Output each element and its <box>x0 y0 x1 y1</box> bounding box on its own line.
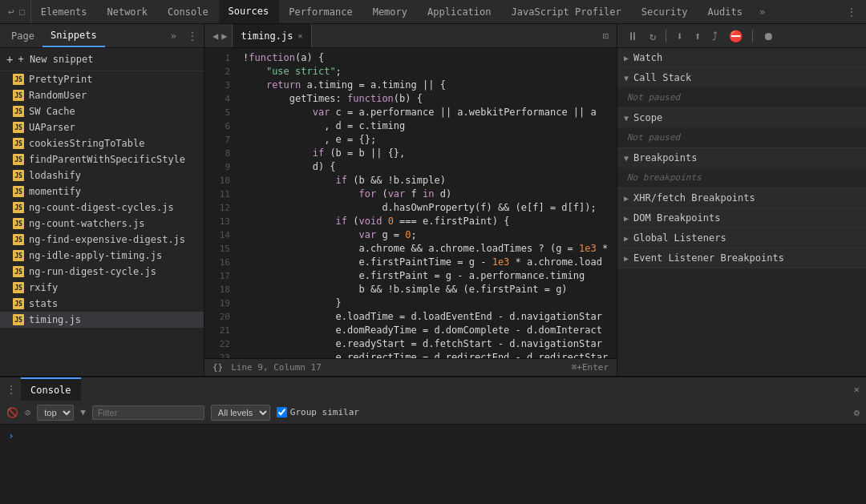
file-item[interactable]: JSlodashify <box>0 167 204 183</box>
file-item[interactable]: JSUAParser <box>0 119 204 135</box>
file-item[interactable]: JSfindParentWithSpecificStyle <box>0 151 204 167</box>
file-item[interactable]: JSmomentify <box>0 183 204 200</box>
line-number: 13 <box>204 215 237 228</box>
file-name: ng-run-digest-cycle.js <box>29 266 156 277</box>
tab-page[interactable]: Page <box>3 24 42 47</box>
context-select[interactable]: top <box>37 405 74 421</box>
section-dom-header[interactable]: ▶ DOM Breakpoints <box>617 208 866 228</box>
bottom-bar: ⋮ Console ✕ <box>0 377 866 401</box>
new-snippet-button[interactable]: + + New snippet <box>0 48 204 71</box>
debug-pause-btn[interactable]: ⏸ <box>624 28 641 44</box>
file-icon: JS <box>13 90 24 101</box>
panel-tabs: Page Snippets » ⋮ <box>0 24 204 48</box>
file-icon: JS <box>13 250 24 261</box>
file-item[interactable]: JSng-count-digest-cycles.js <box>0 200 204 216</box>
panel-tab-more[interactable]: » <box>166 30 181 42</box>
code-tab-end[interactable]: ⊡ <box>598 30 613 42</box>
line-number: 3 <box>204 79 237 92</box>
file-name: ng-idle-apply-timing.js <box>29 250 162 261</box>
code-tab-timing[interactable]: timing.js ✕ <box>233 24 311 47</box>
debug-async-btn[interactable]: ⏺ <box>759 28 777 44</box>
code-line: "use strict"; <box>243 65 617 79</box>
tab-console[interactable]: Console <box>158 0 219 23</box>
chevron-xhr: ▶ <box>624 194 629 203</box>
debug-refresh-btn[interactable]: ↻ <box>646 28 659 44</box>
file-item[interactable]: JScookiesStringToTable <box>0 135 204 151</box>
console-clear-btn[interactable]: 🚫 <box>6 407 18 418</box>
section-xhr-label: XHR/fetch Breakpoints <box>633 192 755 204</box>
tab-security[interactable]: Security <box>632 0 698 23</box>
tab-audits[interactable]: Audits <box>698 0 753 23</box>
line-number: 7 <box>204 133 237 147</box>
bottom-close-btn[interactable]: ✕ <box>854 384 860 395</box>
tab-snippets[interactable]: Snippets <box>42 24 105 47</box>
file-name: SW Cache <box>29 106 75 117</box>
code-line: if (b = b || {}, <box>243 147 617 160</box>
file-icon: JS <box>13 218 24 229</box>
debug-step-into-btn[interactable]: ⬆ <box>691 28 704 44</box>
code-line: for (var f in d) <box>243 187 617 201</box>
tab-js-profiler[interactable]: JavaScript Profiler <box>502 0 632 23</box>
panel-menu[interactable]: ⋮ <box>184 30 200 42</box>
nav-menu[interactable]: ⋮ <box>840 6 863 18</box>
back-icon[interactable]: ↩ <box>8 6 14 18</box>
file-item[interactable]: JSng-find-expensive-digest.js <box>0 232 204 248</box>
group-similar-label[interactable]: Group similar <box>277 407 359 417</box>
cursor-position: Line 9, Column 17 <box>231 362 322 373</box>
section-breakpoints-header[interactable]: ▼ Breakpoints <box>617 148 866 167</box>
section-scope-label: Scope <box>633 112 662 123</box>
group-similar-checkbox[interactable] <box>277 407 287 417</box>
dock-icon[interactable]: ☐ <box>19 6 26 18</box>
debug-step-over-btn[interactable]: ⬇ <box>673 28 686 44</box>
debug-step-out-btn[interactable]: ⤴ <box>709 28 721 44</box>
tab-application[interactable]: Application <box>418 0 501 23</box>
console-area[interactable]: › <box>0 425 866 504</box>
section-xhr-header[interactable]: ▶ XHR/fetch Breakpoints <box>617 188 866 208</box>
file-item[interactable]: JSRandomUser <box>0 87 204 103</box>
line-numbers: 1234567891011121314151617181920212223242… <box>204 48 237 358</box>
line-number: 4 <box>204 92 237 106</box>
file-item[interactable]: JSng-idle-apply-timing.js <box>0 248 204 264</box>
next-tab-icon[interactable]: ▶ <box>221 30 227 42</box>
file-item[interactable]: JSng-count-watchers.js <box>0 216 204 232</box>
file-item[interactable]: JSrxify <box>0 280 204 296</box>
console-settings-icon[interactable]: ⚙ <box>854 407 860 418</box>
section-watch: ▶ Watch <box>617 48 866 68</box>
plus-icon: + <box>6 53 13 66</box>
tab-network[interactable]: Network <box>97 0 158 23</box>
code-line: var c = a.performance || a.webkitPerform… <box>243 106 617 119</box>
section-watch-header[interactable]: ▶ Watch <box>617 48 866 67</box>
nav-more[interactable]: » <box>753 0 771 23</box>
code-line: e.firstPaintTime = g - 1e3 * a.chrome.lo… <box>243 256 617 269</box>
line-number: 11 <box>204 187 237 201</box>
code-tab-close[interactable]: ✕ <box>298 31 303 40</box>
file-item[interactable]: JSPrettyPrint <box>0 71 204 87</box>
bottom-menu-icon[interactable]: ⋮ <box>6 384 16 395</box>
tab-memory[interactable]: Memory <box>363 0 418 23</box>
section-global-header[interactable]: ▶ Global Listeners <box>617 228 866 248</box>
levels-select[interactable]: All levels <box>211 405 270 421</box>
section-scope-header[interactable]: ▼ Scope <box>617 108 866 127</box>
file-item[interactable]: JStiming.js <box>0 312 204 328</box>
console-tab[interactable]: Console <box>21 377 81 401</box>
tab-elements[interactable]: Elements <box>31 0 98 23</box>
section-event-header[interactable]: ▶ Event Listener Breakpoints <box>617 248 866 268</box>
file-name: rxify <box>29 282 58 293</box>
file-item[interactable]: JSSW Cache <box>0 103 204 119</box>
tab-sources[interactable]: Sources <box>219 0 280 23</box>
file-item[interactable]: JSng-run-digest-cycle.js <box>0 264 204 280</box>
console-filter-icon: ⊘ <box>25 407 30 418</box>
status-bar: {} Line 9, Column 17 ⌘+Enter <box>204 358 617 376</box>
file-name: UAParser <box>29 122 75 133</box>
file-icon: JS <box>13 122 24 133</box>
line-number: 6 <box>204 119 237 133</box>
debug-deactivate-btn[interactable]: ⛔ <box>726 28 746 44</box>
prev-tab-icon[interactable]: ◀ <box>212 30 218 42</box>
file-name: momentify <box>29 186 81 197</box>
file-item[interactable]: JSstats <box>0 296 204 312</box>
code-line: e.redirectTime = d.redirectEnd - d.redir… <box>243 351 617 358</box>
filter-input[interactable] <box>92 405 204 420</box>
section-callstack-header[interactable]: ▼ Call Stack <box>617 68 866 87</box>
tab-performance[interactable]: Performance <box>279 0 362 23</box>
code-content[interactable]: !function(a) { "use strict"; return a.ti… <box>237 48 617 358</box>
